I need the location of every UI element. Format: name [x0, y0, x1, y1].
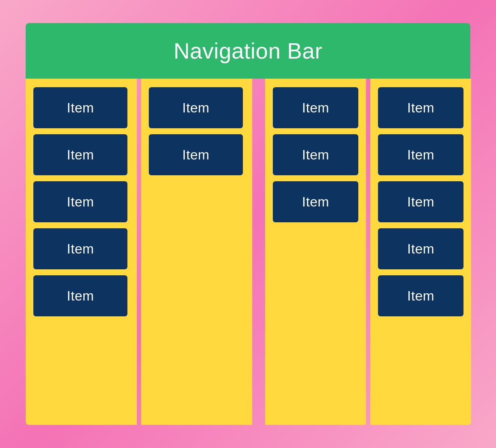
column-2: Item Item — [141, 79, 252, 425]
list-item[interactable]: Item — [378, 87, 464, 128]
content-area: Item Item Item Item Item Item Item Item … — [26, 79, 470, 425]
list-item[interactable]: Item — [33, 87, 127, 128]
list-item[interactable]: Item — [33, 275, 127, 316]
list-item[interactable]: Item — [33, 228, 127, 269]
navigation-bar: Navigation Bar — [26, 23, 470, 79]
list-item[interactable]: Item — [273, 134, 358, 175]
list-item[interactable]: Item — [378, 228, 464, 269]
list-item[interactable]: Item — [378, 134, 464, 175]
column-4: Item Item Item Item Item — [370, 79, 471, 425]
list-item[interactable]: Item — [33, 181, 127, 222]
column-1: Item Item Item Item Item — [26, 79, 137, 425]
list-item[interactable]: Item — [149, 87, 243, 128]
list-item[interactable]: Item — [378, 275, 464, 316]
nav-bar-title: Navigation Bar — [174, 38, 322, 64]
list-item[interactable]: Item — [378, 181, 464, 222]
page-wrapper: Navigation Bar Item Item Item Item Item … — [26, 23, 470, 425]
column-3: Item Item Item — [265, 79, 366, 425]
list-item[interactable]: Item — [149, 134, 243, 175]
list-item[interactable]: Item — [273, 181, 358, 222]
column-gap — [252, 79, 265, 425]
list-item[interactable]: Item — [273, 87, 358, 128]
list-item[interactable]: Item — [33, 134, 127, 175]
